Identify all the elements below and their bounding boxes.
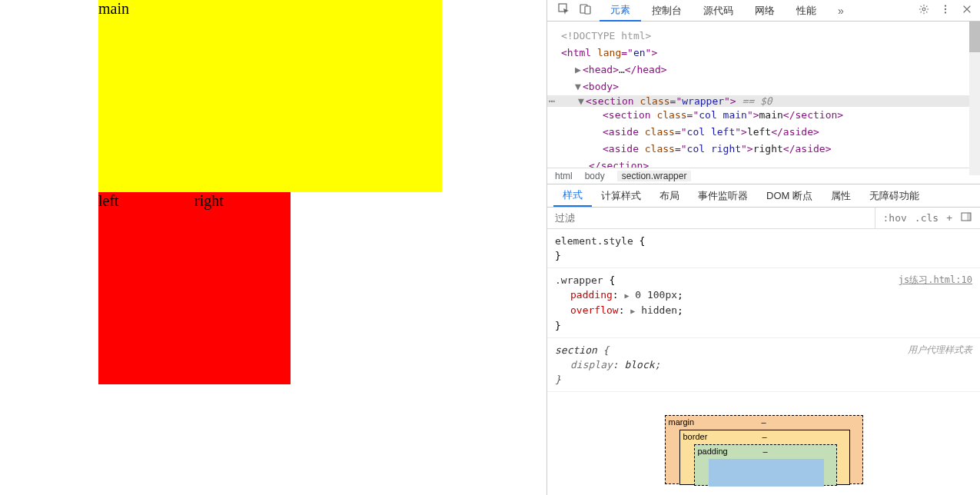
main-tabs: 元素 控制台 源代码 网络 性能 » <box>600 0 919 22</box>
crumb-body[interactable]: body <box>585 171 605 181</box>
subtab-layout[interactable]: 布局 <box>650 184 689 207</box>
new-rule-button[interactable]: + <box>946 212 952 224</box>
bm-margin-val: – <box>761 417 766 427</box>
bm-padding-val: – <box>762 447 767 456</box>
subtab-accessibility[interactable]: 无障碍功能 <box>860 184 929 207</box>
ua-source: 用户代理样式表 <box>908 343 972 357</box>
devtools-panel: 元素 控制台 源代码 网络 性能 » <!DOCTYPE html> <html… <box>546 0 980 495</box>
bm-padding-label: padding <box>698 447 728 456</box>
tab-sources[interactable]: 源代码 <box>693 0 744 22</box>
dom-html-open[interactable]: <html lang="en"> <box>561 45 971 61</box>
toggle-sidebar-icon[interactable] <box>960 211 972 225</box>
wrapper-section[interactable]: main left right <box>22 0 444 384</box>
crumb-wrapper[interactable]: section.wrapper <box>617 171 692 181</box>
svg-point-4 <box>945 5 946 6</box>
dom-head[interactable]: ▶<head>…</head> <box>561 61 971 78</box>
close-icon[interactable] <box>962 4 972 17</box>
box-model[interactable]: margin – border – padding – <box>547 392 980 484</box>
breadcrumb: html body section.wrapper <box>547 168 980 184</box>
more-tabs-icon[interactable]: » <box>827 0 855 22</box>
subtab-styles[interactable]: 样式 <box>553 184 592 207</box>
crumb-html[interactable]: html <box>555 171 573 181</box>
rule-section-ua[interactable]: 用户代理样式表 section { display: block; } <box>547 338 980 392</box>
hov-button[interactable]: :hov <box>883 212 907 224</box>
bm-border-label: border <box>683 432 708 441</box>
bm-margin-label: margin <box>669 417 695 427</box>
dom-col-main[interactable]: <section class="col main">main</section> <box>561 107 971 124</box>
svg-point-5 <box>945 8 946 10</box>
tab-elements[interactable]: 元素 <box>600 0 641 22</box>
subtab-dom-breakpoints[interactable]: DOM 断点 <box>757 184 822 207</box>
dom-section-close[interactable]: </section> <box>561 158 971 168</box>
vertical-scrollbar[interactable] <box>969 22 980 175</box>
col-left[interactable]: left <box>98 192 194 384</box>
subtab-event-listeners[interactable]: 事件监听器 <box>689 184 757 207</box>
tab-console[interactable]: 控制台 <box>641 0 693 22</box>
col-main[interactable]: main <box>98 0 442 192</box>
dom-doctype[interactable]: <!DOCTYPE html> <box>561 28 971 45</box>
svg-rect-2 <box>585 6 590 14</box>
tab-performance[interactable]: 性能 <box>786 0 827 22</box>
settings-icon[interactable] <box>919 4 929 17</box>
dom-tree[interactable]: <!DOCTYPE html> <html lang="en"> ▶<head>… <box>547 22 980 168</box>
scrollbar-thumb[interactable] <box>969 22 980 52</box>
rule-wrapper[interactable]: js练习.html:10 .wrapper { padding: ▶ 0 100… <box>547 268 980 338</box>
device-toggle-icon[interactable] <box>580 3 592 18</box>
devtools-toolbar: 元素 控制台 源代码 网络 性能 » <box>547 0 980 22</box>
dom-body-open[interactable]: ▼<body> <box>561 78 971 95</box>
tab-network[interactable]: 网络 <box>744 0 786 22</box>
subtab-properties[interactable]: 属性 <box>822 184 860 207</box>
dom-wrapper-selected[interactable]: ▼<section class="wrapper"> == $0 <box>547 95 971 107</box>
kebab-menu-icon[interactable] <box>940 4 951 17</box>
col-right[interactable]: right <box>194 192 291 384</box>
dom-col-right[interactable]: <aside class="col right">right</aside> <box>561 141 971 158</box>
svg-point-3 <box>922 8 925 11</box>
svg-rect-8 <box>967 213 971 221</box>
filter-input[interactable] <box>547 212 875 224</box>
bm-border-val: – <box>762 432 766 441</box>
filter-bar: :hov .cls + <box>547 208 980 229</box>
subtab-computed[interactable]: 计算样式 <box>592 184 650 207</box>
source-link[interactable]: js练习.html:10 <box>899 273 972 287</box>
styles-pane[interactable]: element.style {} js练习.html:10 .wrapper {… <box>547 229 980 495</box>
dom-col-left[interactable]: <aside class="col left">left</aside> <box>561 124 971 141</box>
inspect-icon[interactable] <box>558 3 570 18</box>
cls-button[interactable]: .cls <box>915 212 938 224</box>
rule-element-style[interactable]: element.style {} <box>547 229 980 268</box>
page-viewport[interactable]: main left right <box>0 0 546 495</box>
styles-subtabs: 样式 计算样式 布局 事件监听器 DOM 断点 属性 无障碍功能 <box>547 184 980 208</box>
bm-content <box>709 459 824 487</box>
svg-point-6 <box>945 12 946 13</box>
